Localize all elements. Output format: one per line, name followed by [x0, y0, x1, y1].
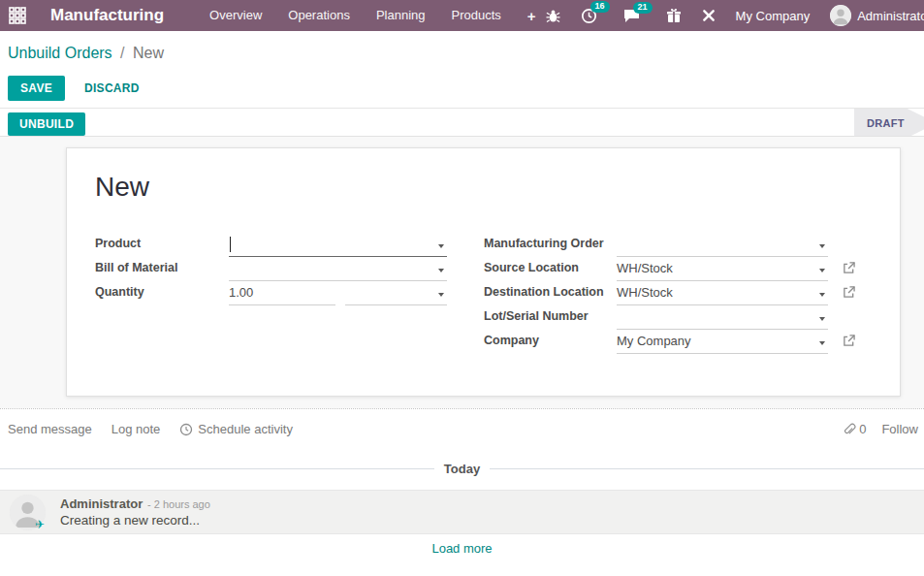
- apps-menu-icon[interactable]: [8, 6, 27, 25]
- activity-count-badge: 16: [590, 1, 610, 14]
- discard-button[interactable]: DISCARD: [82, 76, 142, 101]
- chatter-tools: 0 Follow: [843, 422, 918, 436]
- lot-serial-input[interactable]: [617, 306, 828, 330]
- field-row-company: Company My Company: [484, 331, 891, 354]
- debug-bug-icon[interactable]: [546, 8, 560, 23]
- lot-serial-label: Lot/Serial Number: [484, 309, 589, 323]
- top-navbar: Manufacturing Overview Operations Planni…: [0, 0, 924, 31]
- chatter: Send message Log note Schedule activity …: [0, 408, 924, 576]
- status-draft: DRAFT: [867, 117, 905, 129]
- follow-button[interactable]: Follow: [881, 422, 918, 436]
- chevron-down-icon: [438, 293, 444, 297]
- activities-clock-icon[interactable]: 16: [581, 8, 597, 24]
- save-button[interactable]: SAVE: [8, 76, 65, 101]
- control-panel: Unbuild Orders / New SAVE DISCARD: [0, 31, 924, 108]
- menu-operations[interactable]: Operations: [288, 8, 350, 24]
- record-title: New: [95, 172, 149, 203]
- field-row-bom: Bill of Material: [95, 258, 483, 281]
- message-author: Administrator: [60, 496, 143, 511]
- chevron-down-icon: [819, 293, 825, 297]
- divider-label: Today: [434, 462, 490, 476]
- external-link-icon[interactable]: [843, 334, 855, 351]
- app-title[interactable]: Manufacturing: [50, 6, 164, 25]
- divider-line: [0, 468, 434, 469]
- text-cursor: [230, 237, 231, 252]
- quantity-label: Quantity: [95, 285, 144, 299]
- attachments-button[interactable]: 0: [843, 422, 866, 436]
- field-row-mo: Manufacturing Order: [484, 234, 891, 257]
- odoo-window: Manufacturing Overview Operations Planni…: [0, 0, 924, 576]
- chatter-message: ✈ Administrator - 2 hours ago Creating a…: [0, 490, 924, 534]
- field-row-lot-serial: Lot/Serial Number: [484, 306, 891, 330]
- today-divider: Today: [0, 462, 924, 476]
- chatter-buttons: Send message Log note Schedule activity: [8, 422, 293, 436]
- message-timestamp: - 2 hours ago: [147, 498, 210, 510]
- chevron-down-icon: [438, 269, 444, 272]
- quantity-input[interactable]: 1.00: [229, 282, 335, 305]
- message-body: Creating a new record...: [60, 513, 200, 528]
- attachment-count: 0: [859, 422, 866, 436]
- field-row-destination-location: Destination Location WH/Stock: [484, 282, 891, 305]
- paperclip-icon: [843, 423, 856, 436]
- product-input[interactable]: [229, 234, 447, 257]
- unbuild-button[interactable]: UNBUILD: [8, 112, 85, 136]
- external-link-icon[interactable]: [843, 285, 855, 303]
- log-note-button[interactable]: Log note: [112, 422, 161, 436]
- note-plane-icon: ✈: [35, 518, 45, 531]
- company-switcher[interactable]: My Company: [736, 9, 811, 23]
- status-arrow: DRAFT: [854, 109, 924, 137]
- field-row-source-location: Source Location WH/Stock: [484, 258, 891, 281]
- menu-products[interactable]: Products: [452, 8, 501, 24]
- mo-label: Manufacturing Order: [484, 237, 604, 250]
- uom-input[interactable]: [345, 282, 447, 305]
- gift-icon[interactable]: [666, 8, 682, 23]
- menu-planning[interactable]: Planning: [376, 8, 426, 24]
- chevron-down-icon: [438, 244, 444, 248]
- form-view-background: New Product Bill of Material Quantity: [0, 137, 924, 408]
- chevron-down-icon: [819, 244, 825, 248]
- bom-label: Bill of Material: [95, 261, 177, 274]
- form-sheet: New Product Bill of Material Quantity: [66, 147, 901, 397]
- destination-location-input[interactable]: WH/Stock: [617, 282, 828, 305]
- clock-icon: [179, 423, 193, 436]
- form-statusbar: UNBUILD DRAFT: [0, 108, 924, 137]
- user-menu[interactable]: Administrator (: [830, 5, 924, 26]
- systray: 16 21 My Company: [536, 5, 924, 26]
- external-link-icon[interactable]: [843, 261, 855, 278]
- breadcrumb-current: New: [133, 45, 164, 61]
- send-message-button[interactable]: Send message: [8, 422, 92, 436]
- form-buttons: SAVE DISCARD: [8, 76, 142, 101]
- schedule-activity-button[interactable]: Schedule activity: [179, 422, 293, 436]
- load-more-wrapper: Load more: [0, 539, 924, 557]
- breadcrumb: Unbuild Orders / New: [8, 45, 164, 62]
- tools-icon[interactable]: [702, 9, 716, 22]
- mo-input[interactable]: [617, 234, 828, 257]
- grid-icon: [9, 7, 26, 24]
- message-count-badge: 21: [633, 2, 653, 15]
- messages-chat-icon[interactable]: 21: [623, 9, 640, 23]
- destination-location-label: Destination Location: [484, 285, 604, 299]
- user-name: Administrator (: [857, 9, 924, 23]
- breadcrumb-unbuild-orders[interactable]: Unbuild Orders: [8, 45, 112, 61]
- app-menus: Overview Operations Planning Products +: [209, 8, 535, 24]
- chevron-down-icon: [819, 317, 825, 321]
- menu-plus-icon[interactable]: +: [527, 8, 536, 24]
- company-label: Company: [484, 334, 539, 347]
- company-input[interactable]: My Company: [617, 331, 828, 354]
- source-location-input[interactable]: WH/Stock: [617, 258, 828, 281]
- field-row-quantity: Quantity 1.00: [95, 282, 483, 305]
- user-avatar: [830, 5, 851, 26]
- load-more-link[interactable]: Load more: [431, 541, 492, 556]
- chevron-down-icon: [819, 341, 825, 345]
- menu-overview[interactable]: Overview: [209, 8, 262, 24]
- divider-line: [490, 468, 924, 469]
- product-label: Product: [95, 237, 141, 250]
- chevron-down-icon: [819, 269, 825, 272]
- field-row-product: Product: [95, 234, 483, 257]
- source-location-label: Source Location: [484, 261, 579, 274]
- breadcrumb-separator: /: [120, 45, 124, 61]
- bom-input[interactable]: [229, 258, 447, 281]
